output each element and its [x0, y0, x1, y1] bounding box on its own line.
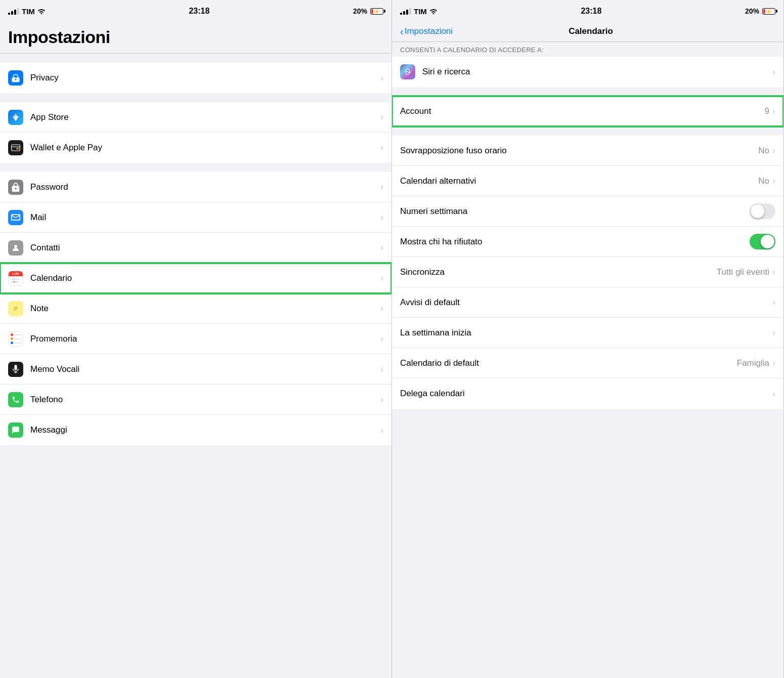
appstore-icon [8, 110, 23, 125]
right-panel: TIM 23:18 20% ⚡ ‹ Impostazioni Calendari… [392, 0, 784, 678]
contacts-chevron: › [380, 242, 383, 253]
right-title: Calendario [457, 26, 775, 36]
settings-row-siri[interactable]: Siri e ricerca › [392, 57, 783, 87]
privacy-icon [8, 70, 23, 86]
back-label: Impostazioni [405, 26, 453, 36]
settings-row-settimana-inizia[interactable]: La settimana inizia › [392, 318, 783, 348]
back-button[interactable]: ‹ Impostazioni [400, 26, 453, 36]
numeri-sett-toggle[interactable] [750, 203, 775, 219]
svg-point-8 [18, 278, 19, 279]
note-chevron: › [380, 303, 383, 314]
sovrapposizione-label: Sovrapposizione fuso orario [400, 146, 758, 156]
mail-chevron: › [380, 212, 383, 223]
settings-row-cal-default[interactable]: Calendario di default Famiglia › [392, 348, 783, 378]
settings-row-messaggi[interactable]: Messaggi › [0, 415, 391, 445]
section-group-siri: Siri e ricerca › [392, 57, 783, 87]
section-group-account: Account 9 › [392, 96, 783, 126]
memo-label: Memo Vocali [30, 364, 380, 374]
calendari-alt-chevron: › [772, 176, 775, 186]
settings-row-sovrapposizione[interactable]: Sovrapposizione fuso orario No › [392, 136, 783, 166]
calendario-chevron: › [380, 273, 383, 283]
sovrapposizione-value: No [758, 146, 769, 156]
messaggi-chevron: › [380, 425, 383, 436]
signal-bars [8, 8, 19, 15]
delega-chevron: › [772, 389, 775, 399]
section-group-bottom: Sovrapposizione fuso orario No › Calenda… [392, 136, 783, 409]
section-group-3: Password › Mail › Contatti › [0, 172, 391, 445]
settings-row-telefono[interactable]: Telefono › [0, 385, 391, 415]
svg-rect-2 [12, 146, 20, 147]
settimana-inizia-label: La settimana inizia [400, 328, 772, 338]
settings-row-calendario[interactable]: LUN Calendario [0, 263, 391, 293]
settings-row-mostra-rifiutato[interactable]: Mostra chi ha rifiutato [392, 227, 783, 257]
promemoria-chevron: › [380, 333, 383, 344]
battery-right: ⚡ [762, 8, 775, 15]
contacts-label: Contatti [30, 243, 380, 253]
settings-row-appstore[interactable]: App Store › [0, 102, 391, 133]
mail-label: Mail [30, 213, 380, 223]
settimana-inizia-chevron: › [772, 327, 775, 338]
status-right-left: 20% ⚡ [353, 7, 383, 15]
svg-point-4 [14, 245, 17, 248]
svg-rect-3 [17, 148, 19, 149]
settings-row-contacts[interactable]: Contatti › [0, 233, 391, 263]
calendari-alt-label: Calendari alternativi [400, 176, 758, 186]
settings-row-sincronizza[interactable]: Sincronizza Tutti gli eventi › [392, 257, 783, 287]
settings-row-wallet[interactable]: Wallet e Apple Pay › [0, 133, 391, 163]
section-group-2: App Store › Wallet e Apple Pay › [0, 102, 391, 163]
privacy-chevron: › [380, 73, 383, 83]
delega-label: Delega calendari [400, 389, 772, 399]
wallet-label: Wallet e Apple Pay [30, 143, 380, 153]
siri-label: Siri e ricerca [422, 67, 772, 77]
svg-point-6 [14, 278, 15, 279]
settings-row-privacy[interactable]: Privacy › [0, 63, 391, 93]
account-value: 9 [765, 106, 769, 116]
svg-point-20 [432, 13, 434, 14]
note-label: Note [30, 304, 380, 314]
battery-percent-right: 20% [745, 7, 759, 15]
telefono-label: Telefono [30, 395, 380, 405]
calendario-label: Calendario [30, 273, 380, 283]
password-chevron: › [380, 182, 383, 192]
settings-row-avvisi[interactable]: Avvisi di default › [392, 287, 783, 318]
carrier-right: TIM [414, 7, 427, 16]
left-panel: TIM 23:18 20% ⚡ Impostazioni [0, 0, 392, 678]
mostra-rifiutato-toggle[interactable] [750, 234, 775, 249]
carrier-left: TIM [22, 7, 35, 16]
avvisi-label: Avvisi di default [400, 298, 772, 308]
mostra-rifiutato-label: Mostra chi ha rifiutato [400, 237, 750, 247]
time-right: 23:18 [581, 7, 601, 16]
section-header-label: CONSENTI A CALENDARIO DI ACCEDERE A: [392, 42, 783, 57]
svg-point-5 [12, 278, 13, 279]
status-left-right: TIM [400, 7, 438, 16]
settings-row-mail[interactable]: Mail › [0, 202, 391, 233]
cal-default-chevron: › [772, 358, 775, 368]
sincronizza-value: Tutti gli eventi [717, 267, 769, 277]
mail-icon [8, 210, 23, 225]
bolt-icon-right: ⚡ [766, 9, 772, 14]
time-left: 23:18 [189, 7, 209, 16]
status-bar-left: TIM 23:18 20% ⚡ [0, 0, 391, 22]
numeri-sett-label: Numeri settimana [400, 206, 750, 217]
svg-point-12 [18, 281, 19, 282]
settings-row-note[interactable]: Note › [0, 293, 391, 324]
status-left: TIM [8, 7, 46, 16]
settings-row-delega[interactable]: Delega calendari › [392, 378, 783, 409]
settings-row-account[interactable]: Account 9 › [392, 96, 783, 126]
settings-row-password[interactable]: Password › [0, 172, 391, 202]
settings-row-memo[interactable]: Memo Vocali › [0, 354, 391, 385]
svg-rect-1 [12, 145, 20, 151]
settings-row-numeri-sett[interactable]: Numeri settimana [392, 196, 783, 227]
wifi-icon-right [429, 7, 438, 16]
settings-row-promemoria[interactable]: Promemoria › [0, 324, 391, 354]
appstore-label: App Store [30, 112, 380, 122]
cal-default-value: Famiglia [737, 358, 769, 368]
appstore-chevron: › [380, 112, 383, 122]
settings-row-calendari-alt[interactable]: Calendari alternativi No › [392, 166, 783, 196]
siri-icon [400, 64, 415, 79]
wallet-chevron: › [380, 143, 383, 153]
back-chevron-icon: ‹ [400, 26, 404, 36]
section-group-1: Privacy › [0, 63, 391, 93]
wifi-icon [37, 7, 46, 16]
right-settings-list: CONSENTI A CALENDARIO DI ACCEDERE A: Sir… [392, 42, 783, 678]
